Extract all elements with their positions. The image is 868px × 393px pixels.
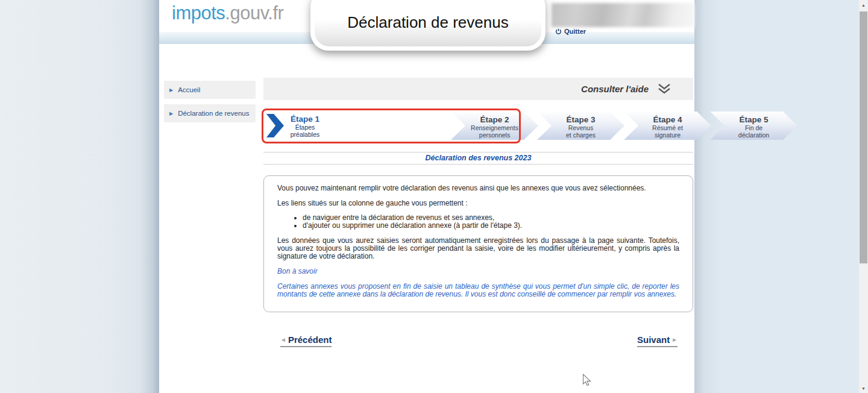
triangle-left-icon: ◄ xyxy=(280,336,286,343)
step-subtitle-line: Résumé et xyxy=(624,125,711,131)
scroll-up-icon: ▲ xyxy=(861,3,866,7)
triangle-right-icon: ▶ xyxy=(169,111,173,116)
step-title: Étape 3 xyxy=(537,115,624,124)
app-title: Déclaration de revenus xyxy=(347,13,508,46)
step-subtitle-line: Renseignements xyxy=(451,125,538,131)
bullet-list: de naviguer entre la déclaration de reve… xyxy=(277,214,679,230)
double-chevron-down-icon xyxy=(657,84,671,94)
main-content-column: impots.gouv.fr Quitter Déclaration de re… xyxy=(159,0,694,393)
step-title: Étape 1 xyxy=(269,115,341,124)
bullet-item: d'ajouter ou supprimer une déclaration a… xyxy=(303,222,679,230)
previous-label: Précédent xyxy=(288,335,332,345)
app-title-tab-inner: Déclaration de revenus xyxy=(315,0,541,46)
step-3[interactable]: Étape 3 Revenus et charges xyxy=(537,112,624,140)
app-title-tab: Déclaration de revenus xyxy=(310,0,546,51)
quit-button[interactable]: Quitter xyxy=(555,28,586,35)
divider xyxy=(263,164,693,165)
note-body: Certaines annexes vous proposent en fin … xyxy=(277,283,679,298)
step-subtitle-line: et charges xyxy=(537,132,624,139)
triangle-right-icon: ► xyxy=(671,336,678,343)
next-button[interactable]: Suivant ► xyxy=(637,335,678,347)
step-wizard: Étape 1 Étapes préalables Étape 2 Rensei… xyxy=(263,112,693,140)
paragraph: Les liens situés sur la colonne de gauch… xyxy=(277,200,679,207)
divider xyxy=(263,152,693,152)
page-title: Déclaration des revenus 2023 xyxy=(263,154,693,162)
paragraph: Vous pouvez maintenant remplir votre déc… xyxy=(277,184,679,192)
scroll-up-button[interactable]: ▲ xyxy=(859,0,868,10)
step-subtitle-line: Étapes xyxy=(269,124,341,131)
step-subtitle-line: signature xyxy=(624,132,711,139)
triangle-right-icon: ▶ xyxy=(169,87,173,93)
right-background-strip xyxy=(694,0,859,393)
scroll-down-button[interactable]: ▼ xyxy=(859,383,868,393)
step-title: Étape 4 xyxy=(624,115,711,124)
step-subtitle-line: déclaration xyxy=(710,132,797,139)
step-subtitle-line: personnels xyxy=(451,132,538,139)
sidebar-item-label: Déclaration de revenus xyxy=(178,110,249,117)
declaration-page: impots.gouv.fr Quitter Déclaration de re… xyxy=(0,0,868,393)
step-1[interactable]: Étape 1 Étapes préalables xyxy=(269,112,341,140)
step-title: Étape 5 xyxy=(710,115,797,124)
power-icon xyxy=(555,28,562,35)
step-title: Étape 2 xyxy=(451,115,538,124)
step-4[interactable]: Étape 4 Résumé et signature xyxy=(624,112,711,140)
logo-text-primary: impots xyxy=(172,2,225,24)
consult-help-bar[interactable]: Consulter l'aide xyxy=(263,78,693,100)
note-title: Bon à savoir xyxy=(277,268,679,275)
step-2[interactable]: Étape 2 Renseignements personnels xyxy=(451,112,538,140)
logo-text-secondary: .gouv.fr xyxy=(225,2,283,24)
quit-label: Quitter xyxy=(564,28,586,35)
help-label: Consulter l'aide xyxy=(581,84,649,94)
vertical-scrollbar[interactable]: ▲ ▼ xyxy=(859,0,868,393)
previous-button[interactable]: ◄ Précédent xyxy=(280,335,332,347)
impots-gouv-logo: impots.gouv.fr xyxy=(172,2,283,24)
intro-text-panel: Vous pouvez maintenant remplir votre déc… xyxy=(263,175,693,312)
scrollbar-thumb[interactable] xyxy=(860,11,867,263)
left-background-strip xyxy=(0,0,159,393)
step-subtitle-line: Revenus xyxy=(537,125,624,131)
user-identity-redacted-box xyxy=(552,3,694,27)
next-label: Suivant xyxy=(637,335,670,345)
sidebar-item-label: Accueil xyxy=(178,86,200,93)
step-subtitle-line: préalables xyxy=(269,131,341,138)
scroll-down-icon: ▼ xyxy=(861,386,866,391)
paragraph: Les données que vous aurez saisies seron… xyxy=(277,237,679,260)
sidebar-item-accueil[interactable]: ▶ Accueil xyxy=(164,81,256,99)
sidebar-item-declaration-de-revenus[interactable]: ▶ Déclaration de revenus xyxy=(164,104,256,122)
